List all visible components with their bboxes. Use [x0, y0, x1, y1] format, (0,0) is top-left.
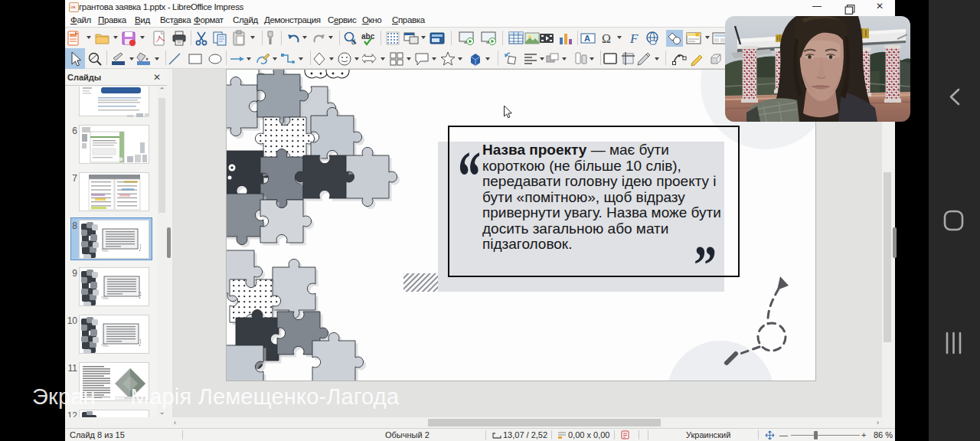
- svg-text:A: A: [584, 34, 590, 43]
- svg-text:Ω: Ω: [602, 32, 611, 45]
- svg-text:d: d: [351, 38, 355, 46]
- svg-text:F: F: [629, 31, 639, 46]
- svg-text:abc: abc: [361, 32, 375, 41]
